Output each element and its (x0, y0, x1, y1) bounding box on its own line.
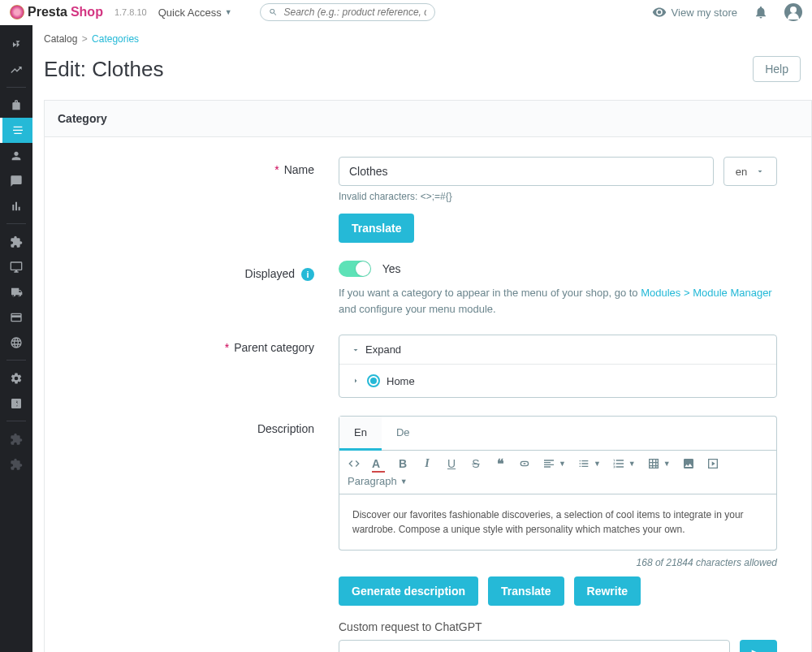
image-icon[interactable] (682, 457, 695, 470)
version-text: 1.7.8.10 (114, 7, 147, 17)
sidebar-modules[interactable] (0, 229, 32, 254)
sidebar-customers[interactable] (0, 143, 32, 168)
brand-text-presta: Presta (28, 5, 67, 19)
displayed-note: If you want a category to appear in the … (339, 285, 777, 317)
quick-access-dropdown[interactable]: Quick Access ▼ (158, 6, 232, 19)
label-description: Description (257, 422, 314, 435)
modules-link[interactable]: Modules > Module Manager (641, 287, 772, 299)
search-input[interactable] (283, 6, 425, 18)
displayed-toggle[interactable] (339, 261, 371, 277)
parent-category-tree: Expand Home (339, 335, 777, 398)
chevron-down-icon (755, 166, 765, 176)
sidebar-stats[interactable] (0, 193, 32, 218)
top-header: PrestaShop 1.7.8.10 Quick Access ▼ View … (0, 0, 812, 25)
underline-icon[interactable]: U (445, 457, 458, 470)
info-icon[interactable]: i (301, 268, 314, 281)
sidebar-shipping[interactable] (0, 279, 32, 304)
notifications-icon[interactable] (754, 5, 768, 19)
numbered-list-dropdown[interactable]: ▼ (612, 457, 636, 470)
sidebar-advanced[interactable] (0, 391, 32, 416)
global-search[interactable] (260, 3, 435, 21)
category-card: Category *Name en Invalid characters: <>… (44, 100, 812, 652)
sidebar-international[interactable] (0, 330, 32, 355)
search-icon (269, 7, 278, 17)
label-parent: Parent category (234, 341, 314, 354)
invalid-chars-note: Invalid characters: <>;=#{} (339, 191, 777, 202)
name-input[interactable] (339, 157, 714, 186)
view-my-store-link[interactable]: View my store (652, 5, 737, 19)
eye-icon (652, 5, 667, 19)
tree-expand-toggle[interactable]: Expand (339, 335, 776, 365)
sidebar-module-dim-2[interactable] (0, 451, 32, 477)
tab-de[interactable]: De (382, 417, 425, 450)
custom-request-label: Custom request to ChatGPT (339, 620, 777, 633)
tree-expand-label: Expand (365, 343, 401, 356)
brand-logo[interactable]: PrestaShop (10, 5, 103, 19)
link-icon[interactable] (518, 457, 531, 470)
language-selector[interactable]: en (723, 157, 777, 186)
editor-lang-tabs: En De (339, 416, 777, 450)
chevron-down-icon (351, 345, 361, 355)
bold-icon[interactable]: B (396, 457, 409, 470)
sidebar-module-dim-1[interactable] (0, 426, 32, 451)
breadcrumb-separator: > (82, 33, 88, 45)
sidebar-catalog[interactable] (0, 118, 32, 143)
lang-label: en (736, 166, 747, 178)
send-custom-request-button[interactable] (740, 640, 777, 652)
card-header: Category (45, 101, 811, 137)
svg-point-0 (15, 402, 18, 404)
video-icon[interactable] (706, 457, 719, 470)
quick-access-label: Quick Access (158, 6, 222, 19)
left-sidebar (0, 25, 32, 652)
view-store-label: View my store (672, 6, 737, 19)
page-title: Edit: Clothes (44, 57, 163, 82)
text-color-icon[interactable]: A (372, 457, 385, 470)
displayed-value: Yes (382, 262, 401, 275)
char-count: 168 of 21844 characters allowed (339, 557, 777, 568)
send-icon (750, 648, 767, 652)
source-code-icon[interactable] (348, 457, 361, 470)
breadcrumb: Catalog > Categories (32, 25, 812, 48)
tree-home-label[interactable]: Home (387, 375, 415, 387)
sidebar-design[interactable] (0, 254, 32, 279)
table-dropdown[interactable]: ▼ (647, 457, 671, 470)
custom-request-input[interactable] (339, 640, 730, 652)
chevron-right-icon[interactable] (351, 376, 361, 386)
radio-home[interactable] (367, 374, 380, 387)
brand-text-shop: Shop (71, 5, 103, 19)
translate-name-button[interactable]: Translate (339, 214, 414, 243)
bullet-list-dropdown[interactable]: ▼ (577, 457, 601, 470)
blockquote-icon[interactable]: ❝ (494, 457, 507, 470)
label-name: Name (284, 163, 314, 176)
align-dropdown[interactable]: ▼ (542, 457, 566, 470)
tab-en[interactable]: En (339, 417, 382, 451)
rich-text-toolbar: A B I U S ❝ ▼ ▼ ▼ ▼ (339, 450, 777, 494)
sidebar-payment[interactable] (0, 304, 32, 330)
sidebar-customer-service[interactable] (0, 168, 32, 193)
breadcrumb-categories[interactable]: Categories (92, 33, 139, 45)
description-editor[interactable]: Discover our favorites fashionable disco… (339, 494, 777, 551)
help-button[interactable]: Help (753, 56, 801, 82)
paragraph-format-dropdown[interactable]: Paragraph ▼ (348, 475, 408, 487)
main-content: Catalog > Categories Edit: Clothes Help … (32, 25, 812, 652)
profile-avatar[interactable] (784, 3, 802, 21)
sidebar-shop-parameters[interactable] (0, 365, 32, 391)
translate-description-button[interactable]: Translate (488, 576, 564, 606)
rewrite-button[interactable]: Rewrite (574, 576, 641, 606)
breadcrumb-catalog[interactable]: Catalog (44, 33, 77, 45)
strikethrough-icon[interactable]: S (469, 457, 482, 470)
prestashop-logo-icon (10, 5, 24, 19)
generate-description-button[interactable]: Generate description (339, 576, 478, 606)
sidebar-orders[interactable] (0, 93, 32, 118)
sidebar-expand-icon[interactable] (0, 32, 32, 57)
label-displayed: Displayed (245, 267, 295, 280)
sidebar-dashboard[interactable] (0, 57, 32, 82)
italic-icon[interactable]: I (421, 457, 434, 470)
caret-down-icon: ▼ (225, 8, 232, 16)
